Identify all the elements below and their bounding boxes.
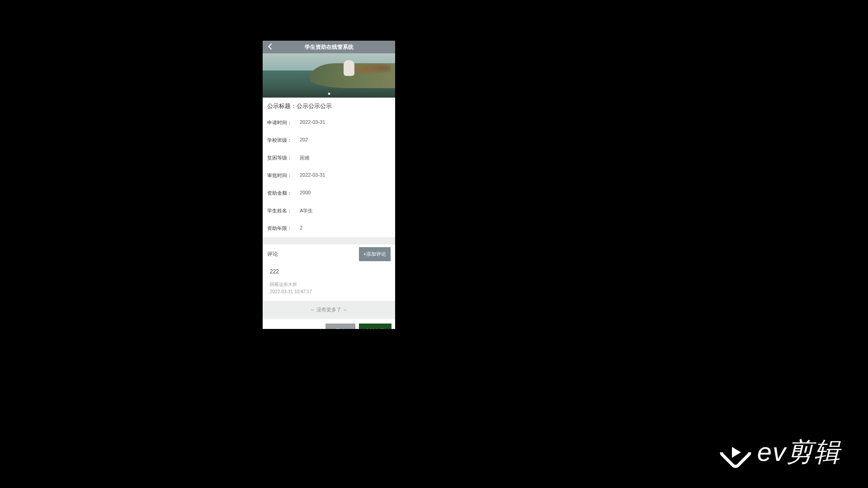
read-button[interactable]: 已读 [326,324,355,329]
detail-info-list: 申请时间： 2022-03-31 学校班级： 202 贫困等级： 困难 审批时间… [263,114,395,237]
info-row-years: 资助年限： 2 [267,220,391,237]
back-icon[interactable] [267,43,274,51]
info-row-class: 学校班级： 202 [267,131,391,149]
announcement-title-value: 公示公示公示 [297,103,332,109]
info-label: 审批时间： [267,172,300,179]
comment-meta: 阿斯达所大所 2022-03-31 10:47:17 [270,281,388,296]
info-label: 资助金额： [267,190,300,197]
info-label: 学生姓名： [267,207,300,214]
info-label: 贫困等级： [267,155,300,161]
header-title: 学生资助在线管系统 [263,43,395,51]
comments-section-title: 评论 [267,250,278,258]
app-header: 学生资助在线管系统 [263,41,395,53]
watermark-text: ev剪辑 [757,435,841,470]
info-row-poverty-level: 贫困等级： 困难 [267,149,391,167]
info-row-apply-time: 申请时间： 2022-03-31 [267,114,391,131]
info-value: A学生 [300,207,313,214]
comments-header: 评论 +添加评论 [263,244,395,264]
info-value: 2022-03-31 [300,119,325,126]
comment-author: 阿斯达所大所 [270,281,388,288]
banner-image-building [344,60,354,76]
banner-carousel[interactable] [263,53,395,98]
info-row-approve-time: 审批时间： 2022-03-31 [267,167,391,184]
no-more-comments: ～ 没有更多了 ～ [263,301,395,319]
comment-time: 2022-03-31 10:47:17 [270,288,388,296]
info-value: 2022-03-31 [300,172,325,179]
info-value: 2 [300,225,302,232]
appeal-button[interactable]: 申请复议 [359,324,392,329]
info-label: 资助年限： [267,225,300,232]
add-comment-button[interactable]: +添加评论 [359,247,391,261]
info-value: 202 [300,137,308,144]
carousel-indicator-icon [328,93,330,95]
info-label: 申请时间： [267,119,300,126]
comment-text: 222 [270,268,388,275]
announcement-title-label: 公示标题： [267,103,297,109]
watermark-logo: ev剪辑 [723,435,841,470]
info-row-amount: 资助金额： 2000 [267,184,391,202]
info-row-student-name: 学生姓名： A学生 [267,202,391,220]
section-divider [263,237,395,244]
info-label: 学校班级： [267,137,300,144]
mobile-app-viewport: 学生资助在线管系统 公示标题：公示公示公示 申请时间： 2022-03-31 学… [263,41,395,329]
info-value: 困难 [300,155,310,161]
comment-item: 222 阿斯达所大所 2022-03-31 10:47:17 [263,264,395,301]
info-value: 2000 [300,190,311,197]
footer-action-bar: 已读 申请复议 [263,319,395,329]
banner-image-trees [354,61,391,75]
announcement-title-row: 公示标题：公示公示公示 [263,98,395,114]
play-icon [723,440,748,465]
